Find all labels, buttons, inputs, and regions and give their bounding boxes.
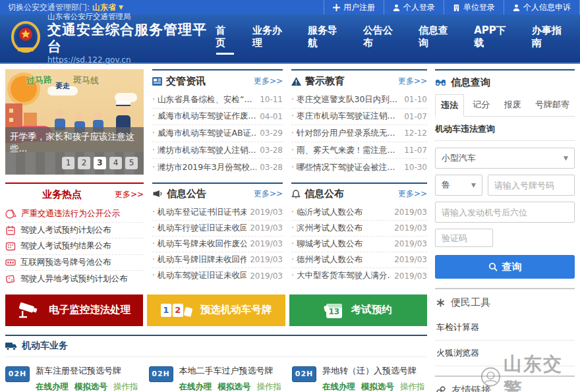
pager-1[interactable]: 1 [62, 157, 74, 169]
unit-login-link[interactable]: 单位登录 [444, 0, 504, 14]
section-header: 信息公布 更多>> [291, 184, 427, 205]
plate-icon: 02H [292, 366, 316, 382]
news-link[interactable]: 枣庄市机动车驾驶证注销...01-07 [291, 109, 427, 126]
register-link[interactable]: 用户注册 [324, 0, 384, 14]
site-url: https://sd.122.gov.cn [47, 55, 216, 65]
carousel[interactable]: 过马路 要走 斑马线 开学季，家长和孩子应该注意这些... 1 2 3 4 5 [5, 69, 144, 175]
engine-number-input[interactable] [435, 202, 575, 223]
calendar-icon [5, 225, 16, 235]
news-link[interactable]: 枣庄交巡警支队30日内到...01-10 [291, 92, 427, 109]
notice-link[interactable]: 机动车号牌未收回作废公告2019/03 [152, 237, 283, 252]
hot-link[interactable]: 驾驶人异地考试预约计划公布 [5, 271, 144, 287]
nav-service-guide[interactable]: 服务导航 [308, 20, 345, 57]
tool-link-firefox[interactable]: 火狐浏览器 [435, 341, 575, 366]
province-select[interactable]: 鲁 ▼ [435, 175, 482, 196]
search-icon [488, 262, 498, 271]
publish-link[interactable]: 临沂考试人数公布2019/03 [291, 205, 427, 221]
notice-link[interactable]: 机动车登记证书旧证书未...2019/03 [152, 205, 283, 221]
simulate-select-link[interactable]: 模拟选号 [361, 381, 394, 391]
simulate-select-link[interactable]: 模拟选号 [218, 381, 250, 391]
tool-link-calculator[interactable]: 车检计算器 [435, 315, 575, 341]
banner-label: 考试预约 [351, 303, 392, 317]
news-link[interactable]: 山东省具备综检、安检“...10-11 [152, 92, 283, 109]
more-link[interactable]: 更多>> [254, 188, 283, 200]
binoculars-icon [435, 78, 446, 87]
truck-icon [5, 342, 17, 350]
tab-scrap[interactable]: 报废 [499, 94, 527, 116]
personal-login-link[interactable]: 个人登录 [384, 0, 444, 14]
query-tabs: 违法 记分 报废 号牌邮寄 [435, 94, 575, 117]
link-icon [436, 386, 446, 392]
publish-link[interactable]: 德州考试人数公布2019/03 [291, 252, 427, 268]
publish-link[interactable]: 聊城考试人数公布2019/03 [291, 237, 427, 252]
online-handle-link[interactable]: 在线办理 [322, 381, 355, 391]
vehicle-item-title[interactable]: 新车注册登记预选号牌 [36, 365, 140, 377]
hot-link[interactable]: 互联网预选号牌号池公布 [5, 255, 144, 271]
panel-title: 友情链接 [451, 384, 491, 392]
banner-label: 预选机动车号牌 [200, 303, 272, 317]
pager-5[interactable]: 5 [125, 157, 138, 169]
user-icon [513, 4, 520, 11]
nav-app-download[interactable]: APP下载 [474, 20, 514, 57]
news-link[interactable]: 威海市机动车驾驶证作废...04-01 [152, 109, 283, 126]
more-link[interactable]: 更多>> [398, 76, 427, 87]
notice-link[interactable]: 机动车行驶证旧证未收回...2019/03 [152, 221, 283, 237]
nav-home[interactable]: 首页 [216, 20, 235, 57]
online-handle-link[interactable]: 在线办理 [36, 381, 69, 391]
nav-business[interactable]: 业务办理 [252, 20, 290, 57]
section-title: 交管资讯 [166, 75, 206, 88]
site-title: 交通安全综合服务管理平台 [47, 21, 216, 56]
more-link[interactable]: 更多>> [254, 76, 283, 87]
nav-announcements[interactable]: 公告公布 [363, 20, 401, 57]
hot-link[interactable]: 严重交通违法行为公开公示 [5, 206, 144, 223]
banner-surveillance-violation[interactable]: 电子监控违法处理 [5, 294, 143, 326]
banner-plate-preselect[interactable]: 1 2 预选机动车号牌 [147, 294, 285, 326]
police-badge-logo [11, 21, 41, 57]
publish-link[interactable]: 大中型客货车驾驶人满分...2019/03 [291, 268, 427, 284]
nav-info-query[interactable]: 信息查询 [419, 20, 456, 57]
appeal-link[interactable]: 个人信息申诉 [504, 0, 580, 14]
pager-4[interactable]: 4 [109, 157, 122, 169]
asterisk-icon [436, 298, 445, 307]
banner-label: 电子监控违法处理 [49, 303, 130, 317]
online-handle-link[interactable]: 在线办理 [179, 381, 212, 391]
plate-icon: 02H [149, 366, 173, 382]
news-link[interactable]: 雨、雾天气来袭！需注意...11-07 [291, 142, 427, 159]
more-link[interactable]: 更多>> [398, 188, 427, 200]
banner-exam-appointment[interactable]: 13 考试预约 [289, 294, 427, 326]
news-link[interactable]: 针对部分用户登录系统无...12-12 [291, 125, 427, 142]
vehicle-item-title[interactable]: 本地二手车过户预选号牌 [179, 365, 284, 377]
register-label: 用户注册 [343, 2, 375, 13]
publish-link[interactable]: 滨州考试人数公布2019/03 [291, 221, 427, 237]
pager-2[interactable]: 2 [78, 157, 90, 169]
tab-plate-mail[interactable]: 号牌邮寄 [530, 94, 575, 116]
more-link[interactable]: 更多>> [115, 189, 144, 200]
vehicle-type-select[interactable]: 小型汽车 ▼ [435, 148, 575, 169]
carousel-caption[interactable]: 开学季，家长和孩子应该注意这些... [10, 130, 139, 154]
alert-circle-icon [5, 209, 16, 219]
query-submit-button[interactable]: 查询 [435, 255, 575, 279]
tab-points[interactable]: 记分 [467, 94, 495, 116]
account-links: 用户注册 个人登录 单位登录 个人信息申诉 [324, 0, 580, 14]
query-form-title: 机动车违法查询 [435, 117, 575, 141]
chevron-down-icon: ▼ [119, 4, 123, 11]
hot-link[interactable]: 驾驶人考试预约计划公布 [5, 223, 144, 239]
news-link[interactable]: 威海市机动车驾驶证AB证...03-29 [152, 125, 283, 142]
simulate-select-link[interactable]: 模拟选号 [74, 381, 107, 391]
news-link[interactable]: 潍坊市机动车驾驶人注销...03-28 [152, 142, 283, 159]
news-link[interactable]: 哪些情况下驾驶证会被注...10-30 [291, 159, 427, 176]
hot-link[interactable]: 驾驶人考试预约结果公布 [5, 238, 144, 255]
unit-login-label: 单位登录 [463, 2, 495, 13]
pager-3[interactable]: 3 [94, 157, 106, 169]
nav-help[interactable]: 办事指南 [532, 20, 569, 57]
plate-number-input[interactable] [488, 175, 575, 196]
vehicle-item-title[interactable]: 异地转（迁）入预选号牌 [322, 365, 427, 377]
news-link[interactable]: 潍坊市2019年3月份驾校...03-28 [152, 159, 283, 176]
tab-violation[interactable]: 违法 [435, 94, 464, 117]
quick-banners: 电子监控违法处理 1 2 预选机动车号牌 13 考试预约 [5, 294, 427, 326]
notice-link[interactable]: 机动车驾驶证旧证未收回...2019/03 [152, 268, 283, 284]
captcha-input[interactable] [435, 229, 493, 247]
calendar-check-icon [5, 241, 16, 251]
user-icon [393, 4, 400, 11]
notice-link[interactable]: 机动车号牌旧牌未收回作...2019/03 [152, 252, 283, 268]
